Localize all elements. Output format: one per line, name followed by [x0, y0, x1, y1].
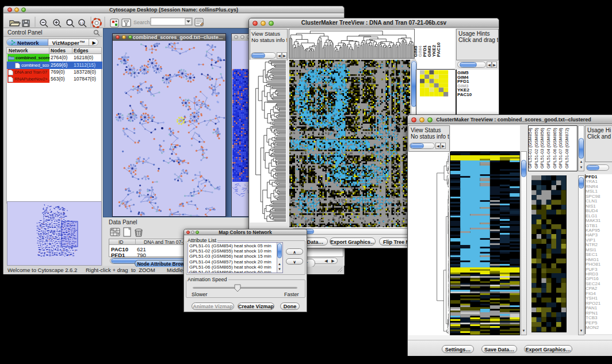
svg-text:1:1: 1:1 — [79, 21, 84, 25]
svg-text:Search:: Search: — [133, 20, 151, 25]
